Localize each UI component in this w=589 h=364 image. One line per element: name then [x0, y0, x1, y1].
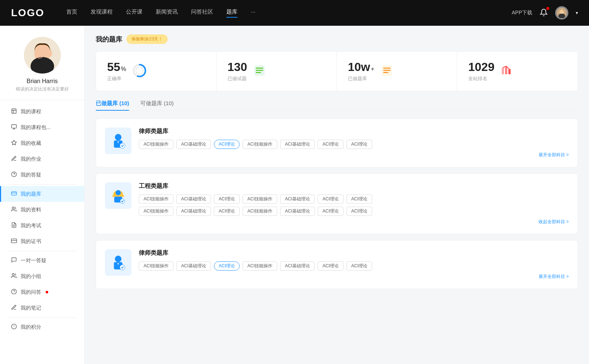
sidebar-item-my-bank[interactable]: 我的题库 — [0, 186, 84, 202]
bank-tag[interactable]: ACI基础理论 — [280, 207, 315, 216]
bank-tags-engineer-row2: ACI技能操作 ACI基础理论 ACI理论 ACI技能操作 ACI基础理论 AC… — [139, 207, 569, 216]
bank-tag[interactable]: ACI技能操作 — [243, 207, 277, 216]
course-icon — [11, 108, 17, 115]
banks-number: 10w — [348, 60, 370, 74]
bank-card-engineer: 工程类题库 ACI技能操作 ACI基础理论 ACI理论 ACI技能操作 ACI基… — [96, 173, 578, 234]
bank-icon — [11, 190, 17, 197]
expand-link-lawyer-2[interactable]: 展开全部科目 > — [139, 274, 569, 280]
bank-card-lawyer-2: 律师类题库 ACI技能操作 ACI基础理论 ACI理论 ACI技能操作 ACI基… — [96, 240, 578, 289]
svg-rect-27 — [256, 68, 263, 69]
sidebar-item-my-course[interactable]: 我的课程 — [0, 104, 84, 119]
bank-tag[interactable]: ACI技能操作 — [139, 140, 173, 149]
svg-point-37 — [115, 134, 121, 140]
bank-tag[interactable]: ACI理论 — [346, 195, 372, 204]
homework-icon — [11, 156, 17, 163]
bank-tag[interactable]: ACI基础理论 — [280, 261, 315, 271]
sidebar-item-favorites[interactable]: 我的收藏 — [0, 135, 84, 151]
bank-tag[interactable]: ACI基础理论 — [176, 140, 211, 149]
nav-more[interactable]: ··· — [251, 8, 255, 18]
svg-rect-36 — [508, 69, 511, 74]
nav-news[interactable]: 新闻资讯 — [156, 8, 178, 18]
bank-tag[interactable]: ACI理论 — [346, 140, 372, 149]
bank-tag[interactable]: ACI技能操作 — [139, 195, 173, 204]
sidebar-item-my-group[interactable]: 我的小组 — [0, 268, 84, 284]
tab-done[interactable]: 已做题库 (10) — [96, 100, 129, 111]
collapse-link-engineer[interactable]: 收起全部科目 > — [139, 219, 569, 225]
bank-tags-lawyer-1: ACI技能操作 ACI基础理论 ACI理论 ACI技能操作 ACI基础理论 AC… — [139, 140, 569, 149]
sidebar-item-my-question[interactable]: 我的问答 — [0, 284, 84, 300]
sidebar-divider-3 — [7, 317, 77, 318]
bank-tag[interactable]: ACI基础理论 — [176, 207, 211, 216]
bank-tag[interactable]: ACI理论 — [346, 207, 372, 216]
sidebar-item-my-info[interactable]: 我的资料 — [0, 202, 84, 218]
svg-point-39 — [120, 143, 125, 148]
bank-tag[interactable]: ACI技能操作 — [243, 140, 277, 149]
tab-available[interactable]: 可做题库 (10) — [140, 100, 174, 111]
sidebar: Brian Harris 错误的决定比没有决定要好 我的课程 我的课程包... — [0, 26, 85, 364]
svg-rect-29 — [256, 72, 261, 73]
stats-row: 55 % 正确率 130 — [96, 51, 578, 91]
svg-rect-8 — [11, 125, 16, 128]
questions-icon — [253, 64, 266, 79]
bank-tag[interactable]: ACI理论 — [214, 207, 240, 216]
profile-avatar[interactable] — [24, 37, 61, 74]
bank-tag[interactable]: ACI基础理论 — [280, 195, 315, 204]
bank-title-lawyer-2: 律师类题库 — [139, 249, 569, 257]
nav-discover[interactable]: 发现课程 — [91, 8, 113, 18]
nav-open-course[interactable]: 公开课 — [126, 8, 142, 18]
svg-point-3 — [560, 10, 564, 14]
questions-label: 已做试题 — [228, 75, 247, 82]
accuracy-icon — [132, 63, 147, 79]
bank-tag-active[interactable]: ACI理论 — [214, 140, 240, 149]
bank-tag[interactable]: ACI技能操作 — [139, 261, 173, 271]
sidebar-item-my-qa[interactable]: 我的答疑 — [0, 167, 84, 183]
svg-point-41 — [116, 190, 121, 195]
nav-exam[interactable]: 题库 — [226, 8, 237, 18]
bank-tag[interactable]: ACI理论 — [318, 261, 343, 271]
page-header: 我的题库 体验剩余23天！ — [96, 35, 578, 44]
svg-rect-16 — [11, 239, 17, 243]
course-pack-icon — [11, 124, 17, 131]
exam-icon — [11, 222, 17, 229]
bank-tag[interactable]: ACI技能操作 — [243, 195, 277, 204]
nav-menu: 首页 发现课程 公开课 新闻资讯 问答社区 题库 ··· — [66, 8, 512, 18]
rank-number: 1029 — [468, 60, 494, 74]
user-dropdown-arrow[interactable]: ▾ — [576, 10, 578, 15]
app-download-link[interactable]: APP下载 — [512, 10, 532, 16]
sidebar-item-my-exam[interactable]: 我的考试 — [0, 218, 84, 233]
bank-tag-active[interactable]: ACI理论 — [214, 261, 240, 271]
bank-card-lawyer-1: 律师类题库 ACI技能操作 ACI基础理论 ACI理论 ACI技能操作 ACI基… — [96, 118, 578, 167]
sidebar-item-my-notes[interactable]: 我的笔记 — [0, 300, 84, 316]
svg-rect-32 — [383, 70, 391, 71]
qa-icon — [11, 171, 17, 178]
sidebar-item-course-pack[interactable]: 我的课程包... — [0, 119, 84, 135]
sidebar-item-certificate[interactable]: 我的证书 — [0, 233, 84, 249]
bank-tag[interactable]: ACI基础理论 — [176, 261, 211, 271]
notification-bell[interactable] — [540, 8, 548, 18]
nav-home[interactable]: 首页 — [66, 8, 77, 18]
bank-tag[interactable]: ACI理论 — [346, 261, 372, 271]
svg-rect-11 — [11, 192, 16, 195]
bank-tag[interactable]: ACI技能操作 — [139, 207, 173, 216]
bank-tags-engineer-row1: ACI技能操作 ACI基础理论 ACI理论 ACI技能操作 ACI基础理论 AC… — [139, 195, 569, 204]
user-avatar[interactable] — [555, 6, 568, 19]
svg-point-43 — [120, 199, 124, 203]
accuracy-number: 55 — [107, 60, 120, 74]
bank-tag[interactable]: ACI理论 — [318, 140, 343, 149]
sidebar-item-homework[interactable]: 我的作业 — [0, 151, 84, 167]
bank-tag[interactable]: ACI理论 — [214, 195, 240, 204]
expand-link-lawyer-1[interactable]: 展开全部科目 > — [139, 152, 569, 158]
bank-tag[interactable]: ACI基础理论 — [176, 195, 211, 204]
logo[interactable]: LOGO — [11, 7, 44, 19]
bank-tag[interactable]: ACI基础理论 — [280, 140, 315, 149]
sidebar-divider-2 — [7, 251, 77, 251]
sidebar-item-1on1[interactable]: 一对一答疑 — [0, 253, 84, 268]
page-title: 我的题库 — [96, 35, 122, 44]
sidebar-item-my-points[interactable]: 我的积分 — [0, 319, 84, 335]
bank-tag[interactable]: ACI理论 — [318, 195, 343, 204]
profile-motto: 错误的决定比没有决定要好 — [8, 86, 76, 92]
nav-qa[interactable]: 问答社区 — [191, 8, 213, 18]
bank-tag[interactable]: ACI技能操作 — [243, 261, 277, 271]
info-icon — [11, 206, 17, 213]
bank-tag[interactable]: ACI理论 — [318, 207, 343, 216]
